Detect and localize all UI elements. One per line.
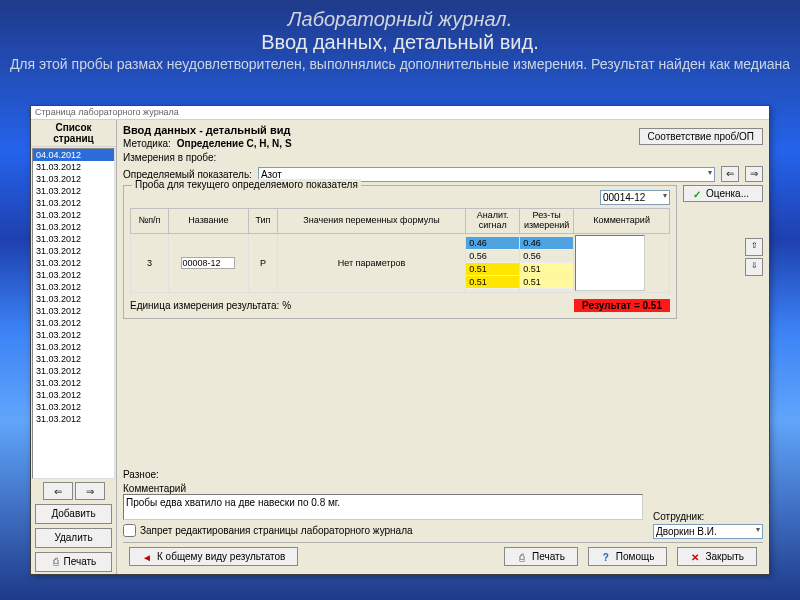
page-item[interactable]: 31.03.2012 <box>33 305 114 317</box>
help-icon: ? <box>601 552 611 562</box>
help-button[interactable]: ?Помощь <box>588 547 668 566</box>
comment-label: Комментарий <box>123 483 643 494</box>
cell-type: Р <box>248 233 277 292</box>
page-item[interactable]: 31.03.2012 <box>33 281 114 293</box>
page-item[interactable]: 31.03.2012 <box>33 185 114 197</box>
prev-page-button[interactable]: ⇐ <box>43 482 73 500</box>
page-list[interactable]: 04.04.2012 31.03.201231.03.201231.03.201… <box>32 148 115 479</box>
page-item[interactable]: 31.03.2012 <box>33 233 114 245</box>
comment-textarea[interactable]: Пробы едва хватило на две навески по 0.8… <box>123 494 643 520</box>
page-item[interactable]: 31.03.2012 <box>33 365 114 377</box>
method-label: Методика: <box>123 138 171 149</box>
scroll-down-button[interactable]: ⇩ <box>745 258 763 276</box>
close-button[interactable]: ✕Закрыть <box>677 547 757 566</box>
page-item[interactable]: 31.03.2012 <box>33 197 114 209</box>
add-page-button[interactable]: Добавить <box>35 504 112 524</box>
unit-value: % <box>282 300 291 311</box>
method-value: Определение C, H, N, S <box>177 138 292 149</box>
sidebar-header: Списокстраниц <box>31 120 116 147</box>
col-formula: Значения переменных формулы <box>277 209 465 234</box>
arrow-left-icon: ◄ <box>142 552 152 562</box>
scroll-up-button[interactable]: ⇧ <box>745 238 763 256</box>
cell-n: 3 <box>131 233 169 292</box>
col-n: №п/п <box>131 209 169 234</box>
page-item[interactable]: 31.03.2012 <box>33 389 114 401</box>
col-name: Название <box>168 209 248 234</box>
page-item[interactable]: 31.03.2012 <box>33 257 114 269</box>
slide-heading-1: Лабораторный журнал. <box>0 8 800 31</box>
bottom-bar: ◄К общему виду результатов ⎙Печать ?Помо… <box>123 542 763 570</box>
main-panel: Ввод данных - детальный вид Методика: Оп… <box>117 120 769 574</box>
sample-fieldset: Проба для текущего определяемого показат… <box>123 185 677 319</box>
page-item[interactable]: 31.03.2012 <box>33 401 114 413</box>
col-signal: Аналит. сигнал <box>466 209 520 234</box>
page-item[interactable]: 31.03.2012 <box>33 353 114 365</box>
print-icon: ⎙ <box>51 553 61 563</box>
indicator-prev-button[interactable]: ⇐ <box>721 166 739 182</box>
print-sidebar-button[interactable]: ⎙ Печать <box>35 552 112 572</box>
evaluate-button[interactable]: ✓Оценка... <box>683 185 763 202</box>
print-icon: ⎙ <box>517 552 527 562</box>
col-comment: Комментарий <box>574 209 670 234</box>
fieldset-legend: Проба для текущего определяемого показат… <box>132 179 361 190</box>
cell-name <box>168 233 248 292</box>
page-item[interactable]: 31.03.2012 <box>33 413 114 425</box>
next-page-button[interactable]: ⇒ <box>75 482 105 500</box>
close-icon: ✕ <box>690 552 700 562</box>
check-icon: ✓ <box>692 189 702 199</box>
page-item[interactable]: 31.03.2012 <box>33 173 114 185</box>
row-comment-textarea[interactable] <box>575 235 645 291</box>
page-item[interactable]: 31.03.2012 <box>33 329 114 341</box>
page-item-selected[interactable]: 04.04.2012 <box>33 149 114 161</box>
col-result: Рез-ты измерений <box>520 209 574 234</box>
lock-checkbox[interactable] <box>123 524 136 537</box>
sample-code-combo[interactable]: 00014-12 <box>600 190 670 205</box>
col-type: Тип <box>248 209 277 234</box>
cell-formula: Нет параметров <box>277 233 465 292</box>
measurements-label: Измерения в пробе: <box>123 152 216 163</box>
page-item[interactable]: 31.03.2012 <box>33 293 114 305</box>
employee-label: Сотрудник: <box>653 511 763 522</box>
page-item[interactable]: 31.03.2012 <box>33 341 114 353</box>
misc-label: Разное: <box>123 469 643 480</box>
page-sidebar: Списокстраниц 04.04.2012 31.03.201231.03… <box>31 120 117 574</box>
slide-subtitle: Для этой пробы размах неудовлетворителен… <box>0 56 800 72</box>
sample-name-input[interactable] <box>181 257 235 269</box>
page-item[interactable]: 31.03.2012 <box>33 221 114 233</box>
to-overview-button[interactable]: ◄К общему виду результатов <box>129 547 298 566</box>
delete-page-button[interactable]: Удалить <box>35 528 112 548</box>
page-item[interactable]: 31.03.2012 <box>33 377 114 389</box>
page-item[interactable]: 31.03.2012 <box>33 317 114 329</box>
result-values: 0.46 0.56 0.51 0.51 <box>520 237 573 289</box>
journal-window: Страница лабораторного журнала Списокстр… <box>30 105 770 575</box>
page-item[interactable]: 31.03.2012 <box>33 209 114 221</box>
signal-values: 0.46 0.56 0.51 0.51 <box>466 237 519 289</box>
section-title: Ввод данных - детальный вид <box>123 124 292 136</box>
lock-label: Запрет редактирования страницы лаборатор… <box>140 525 413 536</box>
print-button[interactable]: ⎙Печать <box>504 547 578 566</box>
employee-combo[interactable]: Дворкин В.И. <box>653 524 763 539</box>
slide-heading-2: Ввод данных, детальный вид. <box>0 31 800 54</box>
indicator-next-button[interactable]: ⇒ <box>745 166 763 182</box>
measurements-table: №п/п Название Тип Значения переменных фо… <box>130 208 670 293</box>
unit-label: Единица измерения результата: <box>130 300 279 311</box>
page-item[interactable]: 31.03.2012 <box>33 161 114 173</box>
result-badge: Результат = 0.51 <box>574 299 670 312</box>
page-item[interactable]: 31.03.2012 <box>33 245 114 257</box>
correspondence-button[interactable]: Соответствие проб/ОП <box>639 128 763 145</box>
table-row[interactable]: 3 Р Нет параметров 0.46 0.56 0.51 <box>131 233 670 292</box>
page-item[interactable]: 31.03.2012 <box>33 269 114 281</box>
indicator-label: Определяемый показатель: <box>123 169 252 180</box>
window-title: Страница лабораторного журнала <box>31 106 769 120</box>
